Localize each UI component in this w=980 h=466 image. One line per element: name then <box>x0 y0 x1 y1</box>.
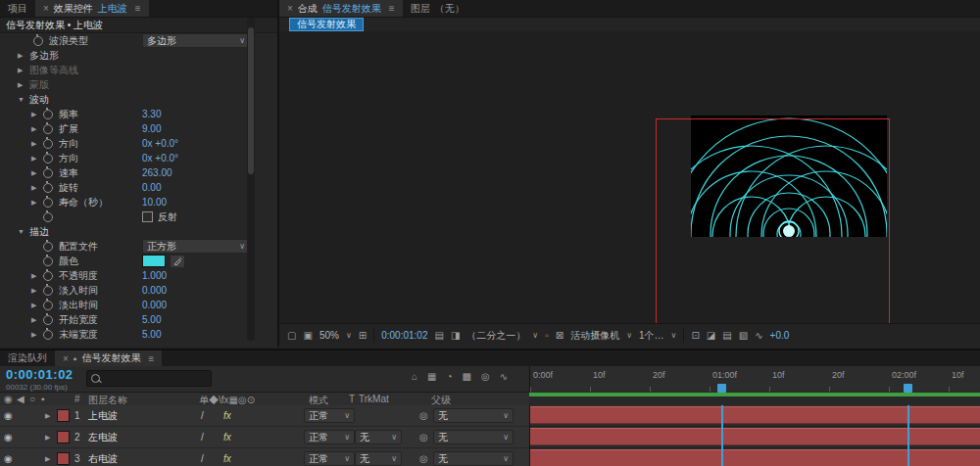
twirl-icon[interactable]: ▶ <box>31 331 41 339</box>
twirl-icon[interactable]: ▶ <box>31 184 41 192</box>
transparency-grid-icon[interactable]: ⊠ <box>556 330 564 341</box>
quality-switch[interactable]: / <box>201 432 204 443</box>
stopwatch-icon[interactable] <box>33 36 43 46</box>
solo-column-icon[interactable]: ○ <box>29 394 35 404</box>
comp-flowchart-icon[interactable]: ⌂ <box>412 371 417 382</box>
lock-column-icon[interactable]: ▪ <box>41 394 45 404</box>
stopwatch-icon[interactable] <box>43 110 53 119</box>
parent-pickwhip-icon[interactable]: ◎ <box>419 410 428 421</box>
layer-color-swatch[interactable] <box>57 409 70 422</box>
fx-switch[interactable]: fx <box>223 410 231 421</box>
audio-column-icon[interactable]: ◀ <box>17 394 24 404</box>
stopwatch-icon[interactable] <box>43 301 53 310</box>
active-camera-dropdown[interactable]: 活动摄像机 <box>570 329 619 343</box>
tab-layer[interactable]: 图层 （无） <box>403 0 472 17</box>
screen-icon[interactable]: ▣ <box>303 330 312 341</box>
layer-name[interactable]: 右电波 <box>88 452 118 466</box>
panel-menu-icon[interactable]: ≡ <box>389 3 395 14</box>
twirl-icon[interactable]: ▶ <box>31 125 41 133</box>
eye-column-icon[interactable]: ◉ <box>4 394 13 404</box>
close-icon[interactable]: × <box>43 3 49 14</box>
stopwatch-icon[interactable] <box>43 168 53 178</box>
property-value[interactable]: 9.00 <box>142 123 161 134</box>
fx-switch[interactable]: fx <box>223 432 231 443</box>
time-ruler[interactable]: 0:00f 10f 20f 01:00f 10f 20f 02:00f 10f <box>529 366 980 393</box>
stopwatch-icon[interactable] <box>43 286 53 296</box>
layer-row[interactable]: ◉ ▶ 1 上电波 / fx 正常 ∨ ◎ 无 ∨ <box>0 405 529 427</box>
comp-navigator-item[interactable]: 信号发射效果 <box>289 18 364 31</box>
twirl-icon[interactable]: ▶ <box>31 199 41 207</box>
twirl-icon[interactable]: ▶ <box>31 287 41 295</box>
blend-mode-dropdown[interactable]: 正常 ∨ <box>304 451 355 466</box>
blend-mode-dropdown[interactable]: 正常 ∨ <box>304 408 355 423</box>
parent-dropdown[interactable]: 无 ∨ <box>433 451 514 466</box>
twirl-icon[interactable]: ▼ <box>18 228 27 235</box>
close-icon[interactable]: × <box>63 353 69 364</box>
channels-icon[interactable]: ◨ <box>451 330 460 341</box>
stopwatch-icon[interactable] <box>43 212 53 222</box>
search-input[interactable] <box>104 373 207 385</box>
twirl-icon[interactable]: ▶ <box>45 434 50 442</box>
reflection-checkbox[interactable] <box>142 211 153 222</box>
view-layout-dropdown[interactable]: 1个… <box>639 329 664 343</box>
layer-duration-bar[interactable] <box>530 449 980 466</box>
property-value[interactable]: 0.00 <box>142 182 161 193</box>
property-value[interactable]: 3.30 <box>142 109 161 119</box>
property-value[interactable]: 5.00 <box>142 329 161 340</box>
current-time-indicator-handle[interactable] <box>717 384 726 393</box>
layer-color-swatch[interactable] <box>57 431 70 443</box>
comp-timecode[interactable]: 0:00:01:02 <box>381 330 427 341</box>
layer-name[interactable]: 左电波 <box>88 431 118 444</box>
exposure-value[interactable]: +0.0 <box>770 330 790 341</box>
roi-icon[interactable]: ▫ <box>545 330 549 341</box>
layer-color-swatch[interactable] <box>57 452 70 465</box>
twirl-icon[interactable]: ▶ <box>18 81 27 89</box>
twirl-icon[interactable]: ▶ <box>31 140 41 148</box>
stopwatch-icon[interactable] <box>43 242 53 252</box>
work-area-bar[interactable] <box>529 393 980 396</box>
panel-menu-icon[interactable]: ≡ <box>148 353 154 364</box>
property-value[interactable]: 263.00 <box>142 167 172 178</box>
twirl-icon[interactable]: ▶ <box>31 302 41 309</box>
tab-effect-controls[interactable]: × 效果控件 上电波 ≡ <box>35 0 149 17</box>
twirl-icon[interactable]: ▶ <box>31 169 41 177</box>
twirl-icon[interactable]: ▶ <box>31 111 41 118</box>
property-value[interactable]: 0.000 <box>142 300 167 310</box>
trkmat-dropdown[interactable]: 无 ∨ <box>355 430 402 444</box>
twirl-icon[interactable]: ▶ <box>18 52 27 60</box>
twirl-icon[interactable]: ▶ <box>45 412 50 420</box>
twirl-icon[interactable]: ▶ <box>31 272 41 280</box>
color-swatch[interactable] <box>142 255 166 267</box>
exposure-gauge-icon[interactable]: ∿ <box>755 330 762 341</box>
layer-row[interactable]: ◉ ▶ 2 左电波 / fx 正常 ∨ 无 ∨ ◎ 无 ∨ <box>0 427 529 448</box>
parent-dropdown[interactable]: 无 ∨ <box>433 408 514 423</box>
tab-project[interactable]: 项目 <box>0 0 35 17</box>
blend-mode-dropdown[interactable]: 正常 ∨ <box>304 430 355 444</box>
layer-bounds-outline[interactable] <box>656 118 890 324</box>
parent-pickwhip-icon[interactable]: ◎ <box>419 453 428 464</box>
profile-dropdown[interactable]: 正方形 ∨ <box>142 239 250 254</box>
stopwatch-icon[interactable] <box>43 271 53 281</box>
pixel-aspect-icon[interactable]: ⊡ <box>691 330 699 341</box>
composition-viewer[interactable] <box>279 31 980 324</box>
layer-name[interactable]: 上电波 <box>88 409 118 423</box>
twirl-icon[interactable]: ▶ <box>18 67 27 74</box>
timeline-marker-handle[interactable] <box>904 384 912 393</box>
hide-shy-icon[interactable]: ◔ <box>447 371 453 382</box>
snapshot-icon[interactable]: ▤ <box>434 330 443 341</box>
twirl-icon[interactable]: ▼ <box>18 96 27 103</box>
draft-3d-icon[interactable]: ▦ <box>427 371 436 382</box>
property-value[interactable]: 0x +0.0° <box>142 153 178 163</box>
current-timecode[interactable]: 0:00:01:02 <box>6 367 74 382</box>
eye-icon[interactable]: ◉ <box>4 410 13 421</box>
zoom-dropdown[interactable]: 50% <box>319 330 339 341</box>
stopwatch-icon[interactable] <box>43 198 53 208</box>
grid-guides-icon[interactable]: ⊞ <box>359 330 367 341</box>
scrollbar-thumb[interactable] <box>248 27 254 174</box>
stopwatch-icon[interactable] <box>43 154 53 163</box>
graph-editor-icon[interactable]: ∿ <box>500 371 508 382</box>
property-value[interactable]: 10.00 <box>142 197 167 208</box>
timeline-marker[interactable] <box>907 405 909 466</box>
stopwatch-icon[interactable] <box>43 183 53 193</box>
layer-duration-bar[interactable] <box>530 406 980 424</box>
